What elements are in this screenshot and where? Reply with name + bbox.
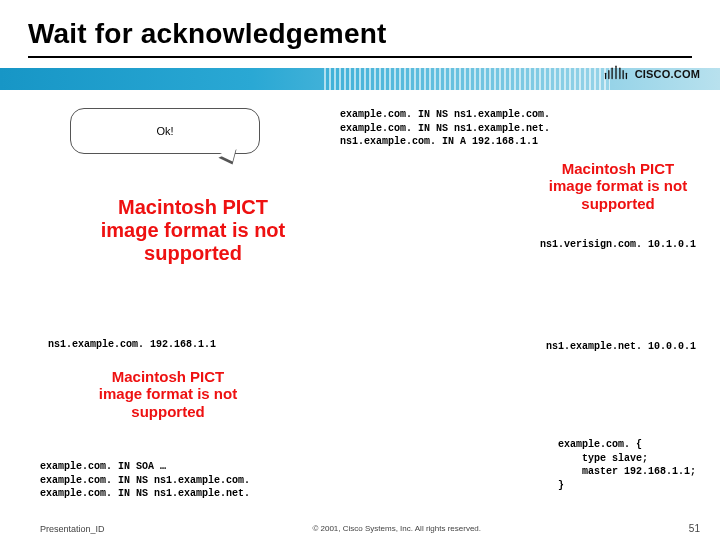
slide: Wait for acknowledgement CISCO.COM Ok! e… [0,0,720,540]
zone-soa-block: example.com. IN SOA … example.com. IN NS… [40,460,250,501]
footer-presentation-id: Presentation_ID [40,524,105,534]
ns-verisign-line: ns1.verisign.com. 10.1.0.1 [540,238,696,252]
pict-placeholder-2: Macintosh PICT image format is not suppo… [88,368,248,420]
ack-bubble-text: Ok! [156,125,173,137]
footer-page-number: 51 [689,523,700,534]
ack-bubble: Ok! [70,108,260,154]
slide-title: Wait for acknowledgement [28,18,692,50]
logo-text: CISCO.COM [635,68,700,80]
footer-copyright: © 2001, Cisco Systems, Inc. All rights r… [312,524,481,533]
named-conf-block: example.com. { type slave; master 192.16… [558,438,696,492]
ns1-example-net: ns1.example.net. 10.0.0.1 [546,340,696,354]
zone-records-top: example.com. IN NS ns1.example.com. exam… [340,108,550,149]
footer: Presentation_ID © 2001, Cisco Systems, I… [0,523,720,534]
ns1-example-line: ns1.example.com. 192.168.1.1 [48,338,216,352]
pict-placeholder-1: Macintosh PICT image format is not suppo… [88,196,298,265]
pict-placeholder-top: Macintosh PICT image format is not suppo… [538,160,698,212]
title-area: Wait for acknowledgement [0,0,720,66]
cisco-bridge-icon [603,64,629,84]
title-underline [28,56,692,58]
cisco-logo: CISCO.COM [603,64,700,84]
